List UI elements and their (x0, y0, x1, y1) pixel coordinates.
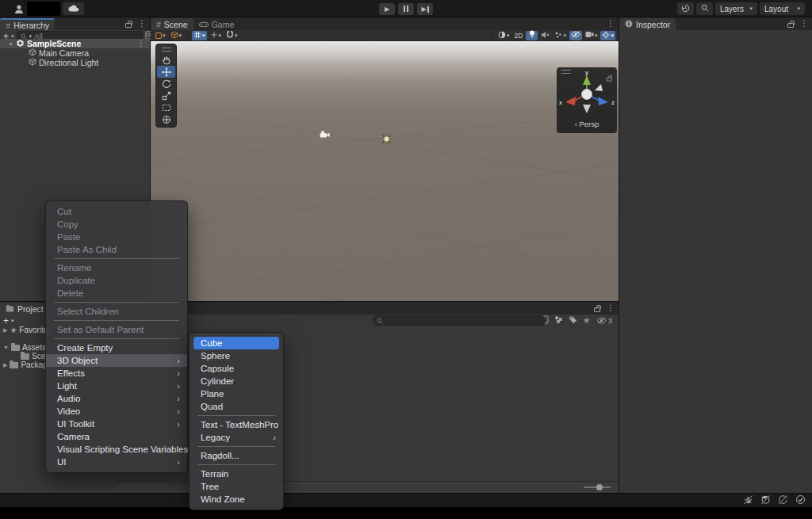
slider-knob[interactable] (596, 484, 603, 490)
step-button[interactable]: ▶ (417, 3, 433, 15)
layers-dropdown[interactable]: Layers ▾ (715, 2, 757, 15)
effects-toggle-button[interactable]: ▾ (553, 31, 568, 40)
audio-toggle-button[interactable] (539, 31, 551, 40)
submenu-item-ragdoll[interactable]: Ragdoll... (190, 449, 283, 462)
submenu-item-legacy[interactable]: Legacy› (190, 431, 283, 444)
menu-item-rename[interactable]: Rename (46, 261, 187, 274)
foldout-icon[interactable]: ▼ (3, 345, 9, 350)
move-tool-button[interactable] (157, 66, 175, 78)
menu-item-copy[interactable]: Copy (46, 218, 187, 231)
play-button[interactable]: ▶ (379, 3, 395, 15)
add-asset-button[interactable]: + (3, 317, 9, 325)
icon-size-slider[interactable] (584, 487, 611, 488)
menu-item-light[interactable]: Light› (46, 380, 187, 392)
foldout-icon[interactable]: ▶ (3, 362, 7, 368)
submenu-item-sphere[interactable]: Sphere (190, 349, 283, 362)
submenu-item-text-textmeshpro[interactable]: Text - TextMeshPro (190, 418, 283, 431)
hierarchy-item-scene[interactable]: ▼ SampleScene ⋮ (0, 39, 150, 48)
search-by-type-icon[interactable] (554, 315, 563, 326)
project-search-field[interactable] (373, 315, 546, 326)
menu-item-camera[interactable]: Camera (46, 430, 187, 443)
directional-light-gizmo-icon[interactable] (380, 132, 393, 147)
snap-increment-button[interactable]: ▾ (224, 31, 239, 40)
handle-orientation-button[interactable]: ▾ (169, 31, 184, 40)
kebab-menu-icon[interactable]: ⋮ (800, 20, 808, 28)
debugger-disabled-icon[interactable] (743, 494, 753, 506)
submenu-item-cube[interactable]: Cube (193, 337, 279, 349)
submenu-item-tree[interactable]: Tree (190, 480, 283, 493)
tab-scene[interactable]: # Scene (151, 18, 193, 30)
cache-server-disabled-icon[interactable] (760, 494, 771, 506)
menu-item-create-empty[interactable]: Create Empty (46, 342, 187, 354)
menu-item-set-as-default-parent[interactable]: Set as Default Parent (46, 323, 187, 336)
global-search-button[interactable] (696, 2, 713, 15)
saved-search-star-icon[interactable]: ★ (583, 316, 591, 325)
lock-icon[interactable] (787, 23, 794, 28)
menu-item-video[interactable]: Video› (46, 405, 187, 418)
view-hand-tool-button[interactable] (157, 54, 175, 66)
draw-mode-button[interactable]: ▾ (496, 31, 511, 40)
menu-item-cut[interactable]: Cut (46, 205, 187, 218)
submenu-item-plane[interactable]: Plane (190, 387, 283, 400)
submenu-item-cylinder[interactable]: Cylinder (190, 375, 283, 387)
kebab-menu-icon[interactable]: ⋮ (607, 20, 615, 28)
2d-toggle-button[interactable]: 2D (512, 31, 524, 40)
tab-hierarchy[interactable]: ≡ Hierarchy (0, 18, 55, 30)
menu-item-select-children[interactable]: Select Children (46, 305, 187, 318)
lock-icon[interactable] (125, 23, 132, 28)
lighting-toggle-button[interactable] (526, 31, 538, 40)
menu-item-duplicate[interactable]: Duplicate (46, 274, 187, 287)
rotate-tool-button[interactable] (157, 78, 175, 90)
menu-item-3d-object[interactable]: 3D Object› (46, 354, 187, 367)
menu-item-paste[interactable]: Paste (46, 231, 187, 243)
undo-history-button[interactable] (677, 2, 694, 15)
scene-viewport[interactable]: y x z ‹ Persp (151, 41, 619, 301)
hierarchy-item-main-camera[interactable]: Main Camera (0, 48, 150, 58)
menu-item-visual-scripting-scene-variables[interactable]: Visual Scripting Scene Variables (46, 443, 187, 456)
scene-kebab-icon[interactable]: ⋮ (137, 40, 145, 48)
activity-ok-icon[interactable] (795, 494, 806, 506)
menu-item-effects[interactable]: Effects› (46, 367, 187, 380)
kebab-menu-icon[interactable]: ⋮ (607, 304, 615, 312)
menu-item-delete[interactable]: Delete (46, 287, 187, 300)
grid-snapping-button[interactable]: ▾ (192, 31, 207, 40)
menu-item-paste-as-child[interactable]: Paste As Child (46, 243, 187, 256)
snap-move-button[interactable]: ▾ (209, 31, 224, 40)
project-search-input[interactable] (385, 316, 542, 325)
gizmos-button[interactable]: ▾ (600, 31, 615, 40)
add-dropdown-caret[interactable]: ▾ (11, 318, 14, 324)
project-tree-assets[interactable]: ▼ Assets (3, 343, 46, 352)
transform-tool-button[interactable] (157, 113, 175, 125)
overlay-drag-handle[interactable] (162, 48, 171, 52)
submenu-item-quad[interactable]: Quad (190, 400, 283, 413)
foldout-icon[interactable]: ▶ (3, 327, 7, 334)
camera-overlay-button[interactable]: ▾ (584, 31, 599, 40)
hierarchy-item-directional-light[interactable]: Directional Light (0, 58, 150, 67)
submenu-item-terrain[interactable]: Terrain (190, 467, 283, 480)
tab-project[interactable]: Project (0, 303, 49, 315)
axis-gizmo[interactable]: y x z (557, 69, 617, 118)
camera-gizmo-icon[interactable] (319, 130, 331, 140)
lock-icon[interactable] (594, 307, 600, 312)
foldout-icon[interactable]: ▼ (8, 41, 13, 47)
search-by-label-icon[interactable] (569, 315, 577, 326)
tab-game[interactable]: Game (193, 18, 240, 30)
menu-item-audio[interactable]: Audio› (46, 392, 187, 405)
auto-refresh-disabled-icon[interactable] (778, 494, 788, 506)
account-icon[interactable] (14, 4, 24, 13)
hidden-packages-toggle[interactable]: 3 (596, 316, 612, 325)
layout-dropdown[interactable]: Layout ▾ (760, 2, 805, 15)
scene-visibility-button[interactable] (569, 31, 582, 40)
kebab-menu-icon[interactable]: ⋮ (138, 20, 146, 28)
pause-button[interactable] (398, 3, 414, 15)
cloud-services-button[interactable] (63, 2, 84, 15)
pivot-mode-button[interactable]: ▾ (154, 31, 167, 40)
submenu-item-wind-zone[interactable]: Wind Zone (190, 493, 283, 506)
menu-item-ui-toolkit[interactable]: UI Toolkit› (46, 418, 187, 430)
rect-tool-button[interactable] (157, 101, 175, 113)
menu-item-ui[interactable]: UI› (46, 456, 187, 468)
scale-tool-button[interactable] (157, 90, 175, 101)
orientation-gizmo-overlay[interactable]: y x z ‹ Persp (557, 67, 617, 133)
projection-toggle[interactable]: ‹ Persp (557, 120, 617, 128)
tab-inspector[interactable]: Inspector (619, 18, 676, 30)
